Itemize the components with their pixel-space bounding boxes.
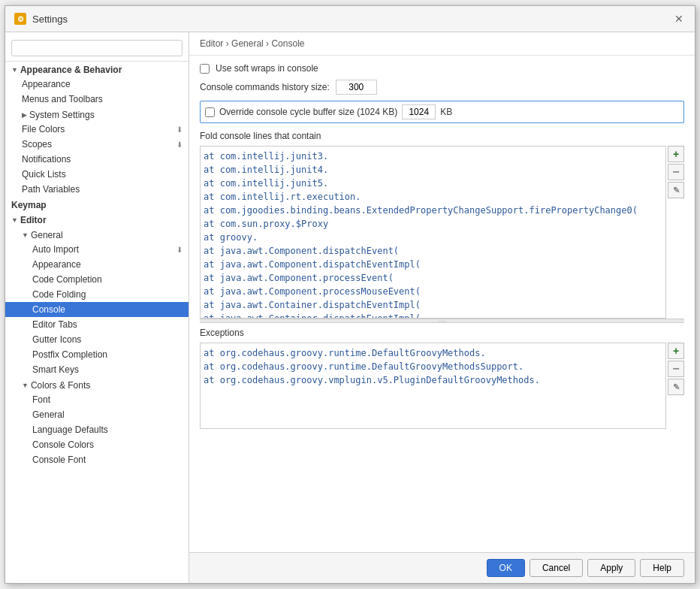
sidebar-item-code-completion[interactable]: Code Completion: [5, 272, 189, 287]
exceptions-side-buttons: + − ✎: [668, 343, 684, 429]
breadcrumb-editor: Editor: [200, 38, 223, 49]
chevron-down-icon-colors: ▼: [22, 382, 29, 389]
chevron-right-icon: ▶: [22, 111, 27, 119]
sidebar-item-appearance-editor[interactable]: Appearance: [5, 257, 189, 272]
override-checkbox[interactable]: [205, 107, 215, 117]
dialog-title: Settings: [32, 14, 68, 25]
settings-icon: ⚙: [14, 13, 26, 25]
fold-line-7: at java.awt.Component.dispatchEvent(: [204, 244, 662, 258]
fold-line-2: at com.intellij.junit5.: [204, 177, 662, 190]
override-label[interactable]: Override console cycle buffer size (1024…: [219, 107, 397, 117]
exceptions-area: at org.codehaus.groovy.runtime.DefaultGr…: [200, 343, 684, 429]
settings-dialog: ⚙ Settings ✕ ▼ Appearance & Behavior App…: [5, 5, 695, 584]
exception-line-1: at org.codehaus.groovy.runtime.DefaultGr…: [204, 360, 662, 373]
override-input[interactable]: [402, 104, 436, 119]
chevron-down-icon: ▼: [11, 66, 18, 74]
sidebar-item-postfix-completion[interactable]: Postfix Completion: [5, 347, 189, 362]
fold-line-9: at java.awt.Component.processEvent(: [204, 271, 662, 285]
dialog-body: ▼ Appearance & Behavior Appearance Menus…: [5, 32, 695, 583]
fold-add-button[interactable]: +: [668, 146, 684, 162]
content-area: Use soft wraps in console Console comman…: [189, 56, 695, 552]
close-button[interactable]: ✕: [672, 12, 686, 26]
cancel-button[interactable]: Cancel: [530, 559, 583, 577]
fold-line-3: at com.intellij.rt.execution.: [204, 190, 662, 204]
sidebar-item-code-folding[interactable]: Code Folding: [5, 287, 189, 302]
exception-line-2: at org.codehaus.groovy.vmplugin.v5.Plugi…: [204, 373, 662, 387]
sidebar-item-console-colors[interactable]: Console Colors: [5, 437, 189, 452]
sidebar-item-appearance[interactable]: Appearance: [5, 77, 189, 92]
fold-line-6: at groovy.: [204, 231, 662, 244]
scopes-icon: ⬇: [177, 140, 183, 149]
fold-side-buttons: + − ✎: [668, 146, 684, 319]
sidebar-item-console[interactable]: Console: [5, 302, 189, 317]
exceptions-edit-button[interactable]: ✎: [668, 379, 684, 395]
file-colors-icon: ⬇: [177, 125, 183, 134]
fold-textarea[interactable]: at com.intellij.junit3. at com.intellij.…: [200, 146, 666, 319]
fold-line-0: at com.intellij.junit3.: [204, 150, 662, 163]
fold-line-8: at java.awt.Component.dispatchEventImpl(: [204, 258, 662, 271]
sidebar-item-system-settings[interactable]: ▶ System Settings: [5, 107, 189, 122]
sidebar-item-general-cf[interactable]: General: [5, 407, 189, 422]
fold-line-12: at java.awt.Container.dispatchEventImpl(: [204, 312, 662, 319]
history-size-row: Console commands history size:: [200, 80, 684, 95]
search-input[interactable]: [11, 40, 183, 56]
fold-line-4: at com.jgoodies.binding.beans.ExtendedPr…: [204, 204, 662, 217]
fold-line-11: at java.awt.Container.dispatchEventImpl(: [204, 298, 662, 312]
override-unit: KB: [440, 107, 452, 117]
fold-edit-button[interactable]: ✎: [668, 182, 684, 198]
dialog-footer: OK Cancel Apply Help: [189, 552, 695, 583]
sidebar-item-quick-lists[interactable]: Quick Lists: [5, 167, 189, 182]
soft-wraps-label[interactable]: Use soft wraps in console: [216, 63, 318, 74]
ok-button[interactable]: OK: [487, 559, 525, 577]
sidebar-item-colors-fonts[interactable]: ▼ Colors & Fonts: [5, 377, 189, 392]
sidebar-item-path-variables[interactable]: Path Variables: [5, 182, 189, 197]
fold-line-10: at java.awt.Component.processMouseEvent(: [204, 285, 662, 298]
soft-wraps-row: Use soft wraps in console: [200, 63, 684, 74]
sidebar-item-file-colors[interactable]: File Colors ⬇: [5, 122, 189, 137]
fold-lines-area: at com.intellij.junit3. at com.intellij.…: [200, 146, 684, 319]
sidebar: ▼ Appearance & Behavior Appearance Menus…: [5, 32, 189, 583]
sidebar-item-scopes[interactable]: Scopes ⬇: [5, 137, 189, 152]
breadcrumb-general: General: [231, 38, 264, 49]
fold-remove-button[interactable]: −: [668, 164, 684, 180]
sidebar-item-notifications[interactable]: Notifications: [5, 152, 189, 167]
sidebar-item-menus-toolbars[interactable]: Menus and Toolbars: [5, 92, 189, 107]
sidebar-item-console-font[interactable]: Console Font: [5, 452, 189, 467]
main-content: Editor › General › Console Use soft wrap…: [189, 32, 695, 583]
breadcrumb: Editor › General › Console: [189, 32, 695, 56]
sidebar-item-auto-import[interactable]: Auto Import ⬇: [5, 242, 189, 257]
fold-label: Fold console lines that contain: [200, 131, 684, 141]
exceptions-remove-button[interactable]: −: [668, 361, 684, 377]
auto-import-icon: ⬇: [177, 246, 183, 254]
sidebar-item-smart-keys[interactable]: Smart Keys: [5, 362, 189, 377]
override-row: Override console cycle buffer size (1024…: [200, 101, 684, 123]
breadcrumb-sep1: ›: [226, 38, 231, 49]
separator-bar[interactable]: ····: [200, 319, 684, 323]
chevron-down-icon-editor: ▼: [11, 216, 18, 224]
sidebar-section-editor[interactable]: ▼ Editor: [5, 212, 189, 227]
exceptions-textarea[interactable]: at org.codehaus.groovy.runtime.DefaultGr…: [200, 343, 666, 429]
fold-line-1: at com.intellij.junit4.: [204, 163, 662, 177]
help-button[interactable]: Help: [640, 559, 684, 577]
sidebar-item-gutter-icons[interactable]: Gutter Icons: [5, 332, 189, 347]
sidebar-item-language-defaults[interactable]: Language Defaults: [5, 422, 189, 437]
sidebar-section-label: Appearance & Behavior: [20, 65, 122, 75]
fold-line-5: at com.sun.proxy.$Proxy: [204, 217, 662, 231]
history-size-input[interactable]: [336, 80, 377, 95]
search-box: [5, 35, 189, 62]
exception-line-0: at org.codehaus.groovy.runtime.DefaultGr…: [204, 346, 662, 360]
apply-button[interactable]: Apply: [587, 559, 635, 577]
soft-wraps-checkbox[interactable]: [200, 64, 210, 74]
title-bar: ⚙ Settings ✕: [5, 6, 695, 32]
sidebar-item-editor-tabs[interactable]: Editor Tabs: [5, 317, 189, 332]
chevron-down-icon-general: ▼: [22, 231, 29, 239]
sidebar-item-general[interactable]: ▼ General: [5, 227, 189, 242]
title-bar-left: ⚙ Settings: [14, 13, 68, 25]
sidebar-section-keymap[interactable]: Keymap: [5, 197, 189, 212]
sidebar-section-appearance-behavior[interactable]: ▼ Appearance & Behavior: [5, 62, 189, 77]
history-size-label: Console commands history size:: [200, 82, 330, 92]
sidebar-item-font[interactable]: Font: [5, 392, 189, 407]
exceptions-label: Exceptions: [200, 328, 684, 338]
exceptions-add-button[interactable]: +: [668, 343, 684, 359]
breadcrumb-console: Console: [271, 38, 304, 49]
